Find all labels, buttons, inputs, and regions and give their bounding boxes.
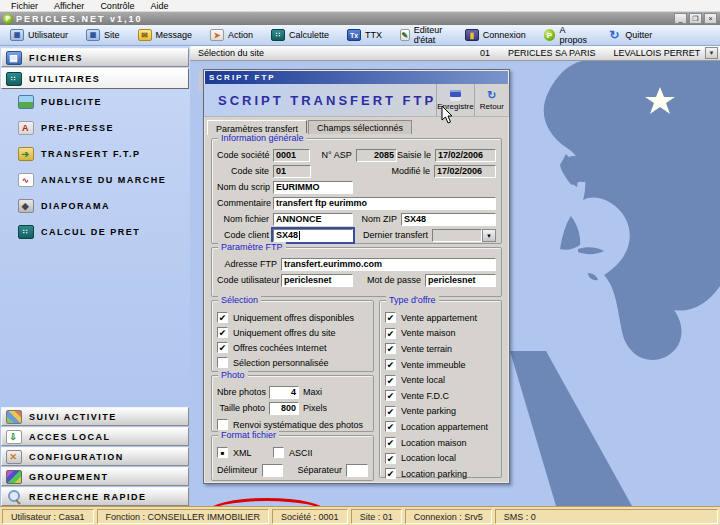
checkbox-xml-label: XML (233, 448, 273, 458)
checkbox-vente-maison-label: Vente maison (401, 328, 456, 338)
group-selection: Sélection ✔ Uniquement offres disponible… (211, 300, 374, 372)
delimiteur-input[interactable] (262, 464, 284, 477)
close-button[interactable]: × (704, 13, 717, 24)
sidebar-section-recherche-rapide[interactable]: RECHERCHE RAPIDE (1, 487, 189, 506)
loan-calculator-icon: ∷ (18, 225, 34, 239)
commentaire-label: Commentaire (217, 198, 273, 208)
back-button[interactable]: ↻ Retour (474, 84, 509, 116)
toolbar-quitter[interactable]: ↻ Quitter (603, 28, 662, 42)
taille-photo-suffix: Pixels (303, 403, 327, 413)
checkbox-vente-parking[interactable]: ✔ (385, 406, 396, 417)
checkbox-vente-maison[interactable]: ✔ (385, 328, 396, 339)
group-type-offre: Type d'offre ✔Vente appartement ✔Vente m… (379, 300, 502, 478)
toolbar-ttx[interactable]: Tx TTX (343, 28, 392, 42)
checkbox-vente-fdc-label: Vente F.D.C (401, 391, 449, 401)
code-utilisateur-input[interactable]: periclesnet (281, 274, 353, 287)
saisie-le-field: 17/02/2006 (435, 149, 496, 162)
checkbox-offres-cochees-internet[interactable]: ✔ (217, 342, 228, 353)
sidebar-recherche-rapide-label: RECHERCHE RAPIDE (29, 492, 147, 502)
sidebar-section-acces-local[interactable]: ⇩ ACCES LOCAL (1, 427, 189, 446)
checkbox-location-maison[interactable]: ✔ (385, 437, 396, 448)
commentaire-input[interactable]: transfert ftp eurimmo (273, 197, 496, 210)
toolbar-site[interactable]: ▦ Site (82, 28, 130, 42)
sidebar-item-transfert-ftp[interactable]: ➔ TRANSFERT F.T.P (0, 141, 190, 167)
checkbox-xml[interactable]: ■ (217, 447, 228, 458)
menu-fichier[interactable]: Fichier (4, 1, 45, 11)
activity-tracking-icon (6, 410, 22, 424)
toolbar-editeur-etat[interactable]: ✎ Editeur d'état (396, 24, 457, 46)
nom-zip-input[interactable]: SX48 (401, 213, 496, 226)
code-client-input[interactable]: SX48 (273, 229, 353, 242)
toolbar-a-propos[interactable]: P A propos (540, 24, 600, 46)
minimize-button[interactable]: _ (674, 13, 687, 24)
toolbar-message[interactable]: ✉ Message (134, 28, 203, 42)
text-caret (299, 231, 300, 240)
toolbar-message-label: Message (156, 30, 193, 40)
sidebar-section-groupement[interactable]: GROUPEMENT (1, 467, 189, 486)
title-bar: P PERICLES.NET v1,10 _ ❐ × (0, 12, 720, 25)
checkbox-location-appartement[interactable]: ✔ (385, 421, 396, 432)
toolbar-connexion-label: Connexion (483, 30, 526, 40)
toolbar-calculette[interactable]: ∷ Calculette (267, 28, 339, 42)
taille-photo-input[interactable]: 800 (269, 402, 299, 415)
app-title: PERICLES.NET v1,10 (16, 14, 143, 24)
sidebar-item-pre-presse[interactable]: A PRE-PRESSE (0, 115, 190, 141)
dernier-transfert-combobox[interactable]: ▼ (432, 229, 496, 242)
checkbox-vente-fdc[interactable]: ✔ (385, 390, 396, 401)
code-client-label: Code client (217, 230, 273, 240)
checkbox-selection-personnalisee[interactable] (217, 357, 228, 368)
status-bar: Utilisateur : Casa1 Fonction : CONSEILLE… (0, 506, 720, 525)
toolbar-utilisateur[interactable]: ▦ Utilisateur (6, 28, 78, 42)
checkbox-offres-disponibles[interactable]: ✔ (217, 312, 228, 323)
application-window: Fichier Afficher Contrôle Aide P PERICLE… (0, 0, 720, 525)
nbre-photos-input[interactable]: 4 (269, 386, 299, 399)
separateur-input[interactable] (346, 464, 368, 477)
nom-fichier-input[interactable]: ANNONCE (273, 213, 353, 226)
site-dropdown-button[interactable]: ▼ (705, 47, 718, 59)
calculator-icon: ∷ (271, 29, 285, 41)
sidebar-item-analyse-marche[interactable]: ∿ ANALYSE DU MARCHE (0, 167, 190, 193)
toolbar-editeur-etat-label: Editeur d'état (414, 25, 447, 45)
configuration-tools-icon: ✕ (6, 450, 22, 464)
checkbox-location-parking-label: Location parking (401, 469, 467, 479)
sidebar-item-publicite[interactable]: PUBLICITE (0, 89, 190, 115)
checkbox-renvoi-photos[interactable] (217, 419, 228, 430)
sidebar-section-utilitaires[interactable]: ∷ UTILITAIRES (1, 68, 189, 89)
menu-afficher[interactable]: Afficher (47, 1, 91, 11)
menu-bar: Fichier Afficher Contrôle Aide (0, 0, 720, 12)
restore-button[interactable]: ❐ (689, 13, 702, 24)
sidebar-section-configuration[interactable]: ✕ CONFIGURATION (1, 447, 189, 466)
sidebar-section-fichiers[interactable]: ▤ FICHIERS (1, 48, 189, 67)
tab-champs-selectionnes[interactable]: Champs sélectionnés (308, 120, 412, 134)
main-toolbar: ▦ Utilisateur ▦ Site ✉ Message ➤ Action … (0, 25, 720, 46)
dialog-heading: SCRIPT TRANSFERT FTP (204, 84, 436, 116)
dialog-title-bar[interactable]: SCRIPT FTP (204, 70, 509, 84)
checkbox-vente-immeuble[interactable]: ✔ (385, 359, 396, 370)
checkbox-location-local[interactable]: ✔ (385, 453, 396, 464)
code-client-value: SX48 (276, 230, 298, 240)
checkbox-offres-du-site[interactable]: ✔ (217, 327, 228, 338)
nom-scrip-input[interactable]: EURIMMO (273, 181, 353, 194)
checkbox-vente-appartement[interactable]: ✔ (385, 312, 396, 323)
adresse-ftp-input[interactable]: transfert.eurimmo.com (281, 258, 496, 271)
status-sms: SMS : 0 (495, 509, 718, 524)
code-societe-label: Code société (217, 150, 273, 160)
files-folder-icon: ▤ (6, 51, 22, 65)
sidebar-section-suivi-activite[interactable]: SUIVI ACTIVITE (1, 407, 189, 426)
group-selection-title: Sélection (218, 295, 261, 305)
report-editor-pencil-icon: ✎ (400, 29, 410, 41)
checkbox-vente-terrain[interactable]: ✔ (385, 343, 396, 354)
action-hand-icon: ➤ (210, 29, 224, 41)
menu-aide[interactable]: Aide (143, 1, 175, 11)
toolbar-action[interactable]: ➤ Action (206, 28, 263, 42)
checkbox-ascii[interactable] (273, 447, 284, 458)
mot-de-passe-input[interactable]: periclesnet (425, 274, 496, 287)
toolbar-connexion[interactable]: ▮ Connexion (461, 28, 536, 42)
sidebar-item-diaporama[interactable]: ◆ DIAPORAMA (0, 193, 190, 219)
app-logo-icon: P (3, 14, 13, 24)
menu-controle[interactable]: Contrôle (93, 1, 141, 11)
checkbox-vente-local[interactable]: ✔ (385, 375, 396, 386)
chevron-down-icon[interactable]: ▼ (482, 229, 496, 242)
sidebar-item-calcul-pret[interactable]: ∷ CALCUL DE PRET (0, 219, 190, 245)
checkbox-location-parking[interactable]: ✔ (385, 468, 396, 479)
